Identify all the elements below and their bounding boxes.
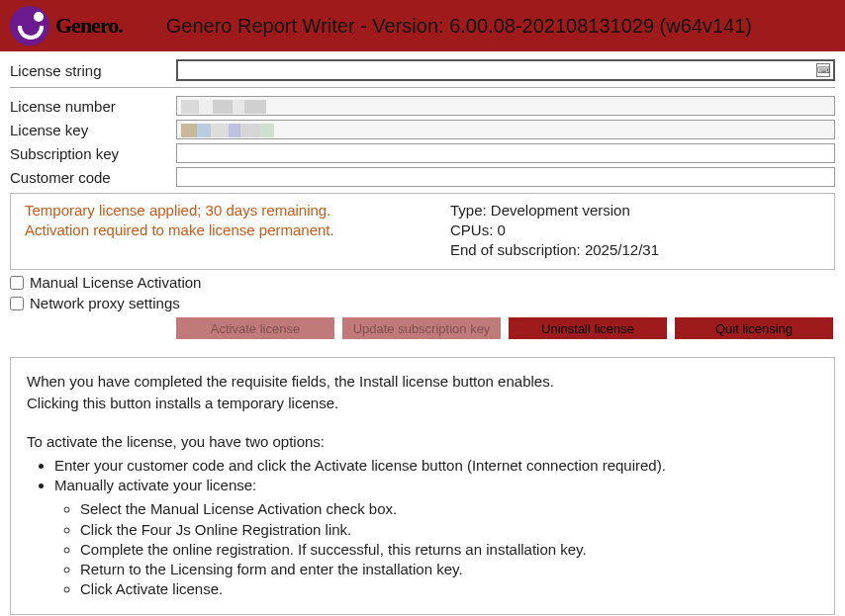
help-sub-2: Click the Four Js Online Registration li… [80, 520, 818, 540]
subscription-key-label: Subscription key [10, 145, 176, 162]
help-option-1: Enter your customer code and click the A… [54, 456, 818, 476]
page-title: Genero Report Writer - Version: 6.00.08-… [123, 15, 796, 38]
subscription-key-input[interactable] [176, 143, 835, 163]
customer-code-input[interactable] [176, 167, 835, 187]
help-line-3: To activate the license, you have two op… [27, 432, 818, 452]
help-sub-3: Complete the online registration. If suc… [80, 540, 818, 560]
status-end-subscription: End of subscription: 2025/12/31 [450, 241, 659, 258]
quit-licensing-button[interactable]: Quit licensing [675, 317, 833, 339]
status-activation-required: Activation required to make license perm… [25, 221, 421, 238]
action-button-row: Activate license Update subscription key… [10, 317, 835, 339]
manual-activation-label: Manual License Activation [30, 274, 201, 291]
help-line-1: When you have completed the requisite fi… [27, 372, 818, 392]
help-sub-4: Return to the Licensing form and enter t… [80, 560, 818, 579]
help-sub-5: Click Activate license. [80, 579, 818, 599]
activate-license-button: Activate license [176, 317, 334, 339]
help-option-2: Manually activate your license: [54, 477, 256, 493]
manual-activation-row[interactable]: Manual License Activation [10, 274, 835, 291]
genero-logo-icon [10, 6, 49, 45]
proxy-settings-checkbox[interactable] [10, 297, 24, 310]
license-string-input-wrap[interactable]: ⌨ [176, 59, 835, 81]
proxy-settings-label: Network proxy settings [30, 295, 180, 311]
license-number-label: License number [10, 98, 176, 115]
brand-text: Genero. [55, 13, 123, 39]
update-subscription-button: Update subscription key [342, 317, 501, 339]
help-line-2: Clicking this button installs a temporar… [27, 394, 818, 413]
help-panel: When you have completed the requisite fi… [10, 357, 835, 615]
uninstall-license-button[interactable]: Uninstall license [509, 317, 667, 339]
keyboard-icon[interactable]: ⌨ [816, 63, 830, 77]
divider [10, 87, 835, 88]
status-type: Type: Development version [450, 202, 659, 219]
license-number-field [176, 96, 835, 116]
license-key-label: License key [10, 122, 176, 138]
app-header: Genero. Genero Report Writer - Version: … [0, 0, 845, 51]
status-panel: Temporary license applied; 30 days remai… [10, 193, 835, 270]
license-key-field [176, 120, 835, 139]
status-cpus: CPUs: 0 [450, 221, 659, 238]
manual-activation-checkbox[interactable] [10, 276, 24, 290]
license-string-label: License string [10, 62, 176, 79]
license-string-input[interactable] [182, 62, 809, 78]
help-sub-1: Select the Manual License Activation che… [80, 499, 818, 519]
brand-logo: Genero. [10, 6, 123, 45]
status-temp-license: Temporary license applied; 30 days remai… [25, 202, 421, 219]
customer-code-label: Customer code [10, 169, 176, 186]
proxy-settings-row[interactable]: Network proxy settings [10, 295, 835, 311]
